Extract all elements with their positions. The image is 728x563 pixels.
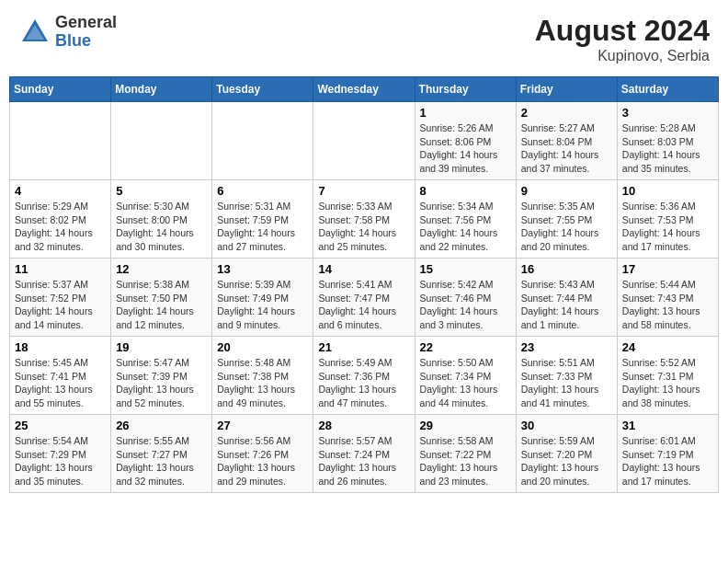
day-detail: Sunrise: 5:57 AM Sunset: 7:24 PM Dayligh… <box>318 434 409 488</box>
calendar-cell: 27Sunrise: 5:56 AM Sunset: 7:26 PM Dayli… <box>212 415 313 493</box>
day-number: 8 <box>420 184 511 198</box>
day-detail: Sunrise: 5:28 AM Sunset: 8:03 PM Dayligh… <box>622 121 713 176</box>
calendar-cell <box>212 102 313 180</box>
calendar-body: 1Sunrise: 5:26 AM Sunset: 8:06 PM Daylig… <box>10 102 719 493</box>
week-row-2: 4Sunrise: 5:29 AM Sunset: 8:02 PM Daylig… <box>10 180 719 259</box>
day-detail: Sunrise: 6:01 AM Sunset: 7:19 PM Dayligh… <box>622 434 713 488</box>
header-day-tuesday: Tuesday <box>212 77 313 102</box>
calendar-cell: 19Sunrise: 5:47 AM Sunset: 7:39 PM Dayli… <box>111 337 212 415</box>
day-number: 29 <box>420 419 511 432</box>
calendar-subtitle: Kupinovo, Serbia <box>535 48 710 64</box>
calendar-cell: 12Sunrise: 5:38 AM Sunset: 7:50 PM Dayli… <box>111 259 212 337</box>
calendar-cell: 29Sunrise: 5:58 AM Sunset: 7:22 PM Dayli… <box>415 415 516 493</box>
calendar-cell: 30Sunrise: 5:59 AM Sunset: 7:20 PM Dayli… <box>516 415 617 493</box>
day-number: 26 <box>116 419 207 432</box>
day-detail: Sunrise: 5:41 AM Sunset: 7:47 PM Dayligh… <box>318 278 409 332</box>
day-number: 3 <box>622 106 713 120</box>
title-block: August 2024 Kupinovo, Serbia <box>535 14 710 64</box>
calendar-cell: 16Sunrise: 5:43 AM Sunset: 7:44 PM Dayli… <box>516 259 617 337</box>
calendar-title: August 2024 <box>535 14 710 48</box>
day-number: 19 <box>116 340 207 354</box>
calendar-cell: 24Sunrise: 5:52 AM Sunset: 7:31 PM Dayli… <box>617 337 718 415</box>
logo: General Blue <box>18 14 117 51</box>
day-detail: Sunrise: 5:27 AM Sunset: 8:04 PM Dayligh… <box>521 121 612 176</box>
calendar-cell: 7Sunrise: 5:33 AM Sunset: 7:58 PM Daylig… <box>313 180 415 259</box>
day-detail: Sunrise: 5:44 AM Sunset: 7:43 PM Dayligh… <box>622 278 713 332</box>
day-number: 18 <box>15 340 106 354</box>
day-detail: Sunrise: 5:52 AM Sunset: 7:31 PM Dayligh… <box>622 356 713 410</box>
day-detail: Sunrise: 5:31 AM Sunset: 7:59 PM Dayligh… <box>217 200 308 254</box>
day-number: 10 <box>622 184 713 198</box>
header-row: SundayMondayTuesdayWednesdayThursdayFrid… <box>10 77 719 102</box>
calendar-cell: 28Sunrise: 5:57 AM Sunset: 7:24 PM Dayli… <box>313 415 415 493</box>
calendar-cell: 22Sunrise: 5:50 AM Sunset: 7:34 PM Dayli… <box>415 337 516 415</box>
day-detail: Sunrise: 5:26 AM Sunset: 8:06 PM Dayligh… <box>420 121 511 176</box>
day-number: 28 <box>318 419 409 432</box>
day-detail: Sunrise: 5:58 AM Sunset: 7:22 PM Dayligh… <box>420 434 511 488</box>
calendar-cell: 8Sunrise: 5:34 AM Sunset: 7:56 PM Daylig… <box>415 180 516 259</box>
day-number: 2 <box>521 106 612 120</box>
day-detail: Sunrise: 5:51 AM Sunset: 7:33 PM Dayligh… <box>521 356 612 410</box>
calendar-cell: 2Sunrise: 5:27 AM Sunset: 8:04 PM Daylig… <box>516 102 617 180</box>
day-number: 31 <box>622 419 713 432</box>
day-number: 16 <box>521 262 612 276</box>
header-day-monday: Monday <box>111 77 212 102</box>
day-number: 13 <box>217 262 308 276</box>
calendar-cell: 14Sunrise: 5:41 AM Sunset: 7:47 PM Dayli… <box>313 259 415 337</box>
calendar-table: SundayMondayTuesdayWednesdayThursdayFrid… <box>9 76 719 493</box>
day-number: 15 <box>420 262 511 276</box>
calendar-cell: 13Sunrise: 5:39 AM Sunset: 7:49 PM Dayli… <box>212 259 313 337</box>
day-detail: Sunrise: 5:59 AM Sunset: 7:20 PM Dayligh… <box>521 434 612 488</box>
logo-icon <box>18 16 51 49</box>
day-detail: Sunrise: 5:47 AM Sunset: 7:39 PM Dayligh… <box>116 356 207 410</box>
calendar-header: SundayMondayTuesdayWednesdayThursdayFrid… <box>10 77 719 102</box>
day-number: 17 <box>622 262 713 276</box>
calendar-cell: 11Sunrise: 5:37 AM Sunset: 7:52 PM Dayli… <box>10 259 111 337</box>
header-day-wednesday: Wednesday <box>313 77 415 102</box>
day-detail: Sunrise: 5:42 AM Sunset: 7:46 PM Dayligh… <box>420 278 511 332</box>
day-detail: Sunrise: 5:43 AM Sunset: 7:44 PM Dayligh… <box>521 278 612 332</box>
calendar-cell: 25Sunrise: 5:54 AM Sunset: 7:29 PM Dayli… <box>10 415 111 493</box>
day-detail: Sunrise: 5:55 AM Sunset: 7:27 PM Dayligh… <box>116 434 207 488</box>
day-number: 9 <box>521 184 612 198</box>
day-detail: Sunrise: 5:29 AM Sunset: 8:02 PM Dayligh… <box>15 200 106 254</box>
calendar-cell: 5Sunrise: 5:30 AM Sunset: 8:00 PM Daylig… <box>111 180 212 259</box>
calendar-cell: 15Sunrise: 5:42 AM Sunset: 7:46 PM Dayli… <box>415 259 516 337</box>
calendar-cell: 3Sunrise: 5:28 AM Sunset: 8:03 PM Daylig… <box>617 102 718 180</box>
calendar-cell: 20Sunrise: 5:48 AM Sunset: 7:38 PM Dayli… <box>212 337 313 415</box>
day-number: 30 <box>521 419 612 432</box>
header-day-thursday: Thursday <box>415 77 516 102</box>
day-detail: Sunrise: 5:49 AM Sunset: 7:36 PM Dayligh… <box>318 356 409 410</box>
week-row-3: 11Sunrise: 5:37 AM Sunset: 7:52 PM Dayli… <box>10 259 719 337</box>
week-row-4: 18Sunrise: 5:45 AM Sunset: 7:41 PM Dayli… <box>10 337 719 415</box>
day-number: 21 <box>318 340 409 354</box>
day-detail: Sunrise: 5:56 AM Sunset: 7:26 PM Dayligh… <box>217 434 308 488</box>
day-number: 6 <box>217 184 308 198</box>
calendar-cell <box>10 102 111 180</box>
calendar-cell <box>313 102 415 180</box>
logo-blue-text: Blue <box>55 32 117 51</box>
day-detail: Sunrise: 5:45 AM Sunset: 7:41 PM Dayligh… <box>15 356 106 410</box>
logo-general-text: General <box>55 14 117 32</box>
day-detail: Sunrise: 5:36 AM Sunset: 7:53 PM Dayligh… <box>622 200 713 254</box>
day-detail: Sunrise: 5:35 AM Sunset: 7:55 PM Dayligh… <box>521 200 612 254</box>
day-detail: Sunrise: 5:54 AM Sunset: 7:29 PM Dayligh… <box>15 434 106 488</box>
day-number: 23 <box>521 340 612 354</box>
day-detail: Sunrise: 5:34 AM Sunset: 7:56 PM Dayligh… <box>420 200 511 254</box>
day-detail: Sunrise: 5:48 AM Sunset: 7:38 PM Dayligh… <box>217 356 308 410</box>
header-day-saturday: Saturday <box>617 77 718 102</box>
calendar-cell: 9Sunrise: 5:35 AM Sunset: 7:55 PM Daylig… <box>516 180 617 259</box>
day-number: 5 <box>116 184 207 198</box>
day-number: 1 <box>420 106 511 120</box>
day-number: 20 <box>217 340 308 354</box>
day-number: 4 <box>15 184 106 198</box>
day-number: 24 <box>622 340 713 354</box>
day-detail: Sunrise: 5:37 AM Sunset: 7:52 PM Dayligh… <box>15 278 106 332</box>
day-number: 22 <box>420 340 511 354</box>
calendar-cell: 21Sunrise: 5:49 AM Sunset: 7:36 PM Dayli… <box>313 337 415 415</box>
day-number: 11 <box>15 262 106 276</box>
day-number: 7 <box>318 184 409 198</box>
day-detail: Sunrise: 5:50 AM Sunset: 7:34 PM Dayligh… <box>420 356 511 410</box>
header: General Blue August 2024 Kupinovo, Serbi… <box>9 9 719 69</box>
day-number: 14 <box>318 262 409 276</box>
